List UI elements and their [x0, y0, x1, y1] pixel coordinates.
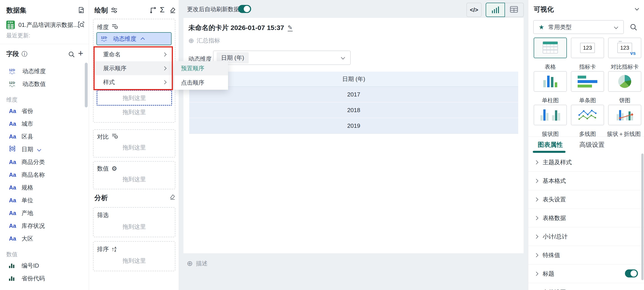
accordion-basic-format[interactable]: 基本格式: [528, 172, 644, 190]
chart-type-pie[interactable]: [608, 71, 641, 92]
sort-az-icon[interactable]: ↑AZ: [112, 246, 116, 253]
chevron-down-icon: [614, 25, 618, 29]
chart-type-kpi-compare[interactable]: 123 vs: [608, 38, 641, 58]
chart-type-clustered-line[interactable]: [608, 105, 641, 125]
chart-category-select[interactable]: ★ 常用类型: [533, 20, 624, 34]
field-item[interactable]: Aa省份: [0, 105, 89, 118]
chart-type-clustered[interactable]: [534, 105, 567, 125]
gear-icon[interactable]: ⚙: [112, 165, 117, 172]
eraser-icon[interactable]: [169, 193, 176, 201]
chart-type-multiline[interactable]: [571, 105, 604, 125]
edit-title-icon[interactable]: ✎: [288, 24, 293, 31]
drop-zone[interactable]: 拖到这里: [94, 108, 175, 116]
add-description[interactable]: ⊕描述: [187, 259, 208, 268]
chevron-down-icon[interactable]: [37, 147, 41, 151]
fields-scrollbar[interactable]: [85, 63, 88, 107]
field-item[interactable]: Aa商品名称: [0, 168, 89, 181]
chevron-right-icon: [534, 160, 538, 164]
field-item-date[interactable]: 日期: [0, 143, 89, 156]
tab-chart-properties[interactable]: 图表属性: [538, 141, 563, 149]
accordion-title[interactable]: 标题: [528, 265, 644, 283]
field-item[interactable]: Aa规格: [0, 181, 89, 194]
order-filter-icon[interactable]: [112, 133, 118, 141]
chevron-right-icon: [162, 52, 166, 56]
table-row[interactable]: 2019: [189, 118, 518, 134]
field-item[interactable]: Aa产地: [0, 207, 89, 220]
tab-advanced-settings[interactable]: 高级设置: [580, 141, 604, 149]
chevron-right-icon: [534, 216, 538, 220]
dimension-chip[interactable]: 123· 动态维度: [96, 32, 172, 45]
accordion-table-data[interactable]: 表格数据: [528, 209, 644, 227]
table-row[interactable]: 2017: [189, 87, 518, 103]
text-field-icon: Aa: [9, 210, 18, 216]
canvas-area: 更改后自动刷新数据 </> 未命名的卡片 2026-01-07 15:37 ✎ …: [179, 0, 528, 290]
menu-item-display-order[interactable]: 展示顺序: [95, 61, 172, 75]
add-summary-metric[interactable]: ⊕汇总指标: [188, 37, 220, 44]
chart-search-icon[interactable]: [630, 23, 637, 32]
menu-item-style[interactable]: 样式: [95, 75, 172, 89]
chart-type-label: 对比指标卡: [604, 63, 644, 70]
active-drop-zone[interactable]: 拖到这里: [97, 90, 172, 106]
field-list: 123· 动态维度 123· 动态数值 维度 Aa省份 Aa城市 Aa区县 日期…: [0, 65, 89, 285]
accordion-theme-style[interactable]: 主题及样式: [528, 153, 644, 172]
preview-dataset-icon[interactable]: [77, 20, 85, 29]
auto-refresh-toggle[interactable]: [238, 5, 251, 13]
chart-type-bar[interactable]: [571, 71, 604, 92]
field-item[interactable]: Aa商品分类: [0, 156, 89, 168]
accordion-subtotal-total[interactable]: 小计/总计: [528, 227, 644, 246]
panel-scrollbar[interactable]: [641, 153, 644, 280]
accordion-card-settings[interactable]: 卡片设置: [528, 283, 644, 290]
value-shelf: 数值 ⚙ 拖到这里: [93, 161, 175, 189]
add-field-icon[interactable]: +: [78, 48, 83, 58]
code-view-button[interactable]: </>: [466, 3, 482, 17]
sigma-icon[interactable]: Σ: [160, 5, 164, 14]
accordion-special-values[interactable]: 特殊值: [528, 246, 644, 265]
field-item[interactable]: Aa大区: [0, 232, 89, 245]
submenu-item-click-order[interactable]: 点击顺序: [174, 75, 228, 90]
display-order-submenu: 预置顺序 点击顺序: [174, 61, 228, 90]
order-filter-icon[interactable]: [112, 23, 118, 31]
field-item[interactable]: Aa单位: [0, 194, 89, 207]
field-item[interactable]: Aa城市: [0, 118, 89, 130]
drop-zone[interactable]: 拖到这里: [94, 175, 175, 183]
field-search-icon[interactable]: [68, 51, 75, 59]
eraser-icon[interactable]: [169, 6, 176, 14]
chart-type-table[interactable]: [534, 38, 567, 58]
filter-shelf-label: 筛选: [97, 211, 109, 219]
swap-axes-icon[interactable]: [149, 6, 157, 15]
last-updated-label: 最近更新:: [6, 32, 30, 39]
field-item[interactable]: Aa区县: [0, 130, 89, 143]
dataset-item[interactable]: CSV 01.产品培训演示数据...: [6, 20, 82, 30]
column-chart-icon: [543, 76, 557, 87]
compare-shelf: 对比 拖到这里: [93, 129, 175, 157]
dimension-section-label: 维度: [0, 94, 89, 105]
info-icon[interactable]: ⓘ: [22, 50, 27, 58]
table-row[interactable]: 2018: [189, 103, 518, 118]
chart-view-button[interactable]: [486, 3, 505, 17]
field-item-measure[interactable]: 省份代码: [0, 272, 89, 285]
title-toggle[interactable]: [625, 270, 638, 278]
table-view-button[interactable]: [504, 3, 524, 17]
field-item-measure[interactable]: 编号ID: [0, 259, 89, 272]
field-item-dynamic-dimension[interactable]: 123· 动态维度: [0, 65, 89, 78]
drop-zone[interactable]: 拖到这里: [94, 144, 175, 151]
switch-dataset-icon[interactable]: [78, 6, 85, 15]
table-column-header[interactable]: 日期 (年): [189, 72, 518, 87]
dimension-select[interactable]: 日期 (年): [213, 51, 351, 65]
text-field-icon: Aa: [9, 223, 18, 229]
chart-type-column[interactable]: [534, 71, 567, 92]
menu-item-rename[interactable]: 重命名: [95, 47, 172, 61]
field-item-dynamic-measure[interactable]: 123· 动态数值: [0, 78, 89, 90]
accordion-header-settings[interactable]: 表头设置: [528, 190, 644, 209]
chart-type-kpi[interactable]: 123: [571, 38, 604, 58]
drop-zone[interactable]: 拖到这里: [94, 257, 175, 265]
chevron-right-icon: [534, 235, 538, 239]
collapse-panel-icon[interactable]: [636, 7, 638, 11]
tune-icon[interactable]: [110, 7, 118, 15]
filter-shelf: 筛选 拖到这里: [93, 207, 175, 237]
sort-shelf-label: 排序: [97, 245, 109, 253]
preview-table: 日期 (年) 2017 2018 2019: [189, 72, 518, 134]
submenu-item-preset-order[interactable]: 预置顺序: [174, 61, 228, 75]
drop-zone[interactable]: 拖到这里: [94, 223, 175, 231]
field-item[interactable]: Aa库存状况: [0, 220, 89, 232]
